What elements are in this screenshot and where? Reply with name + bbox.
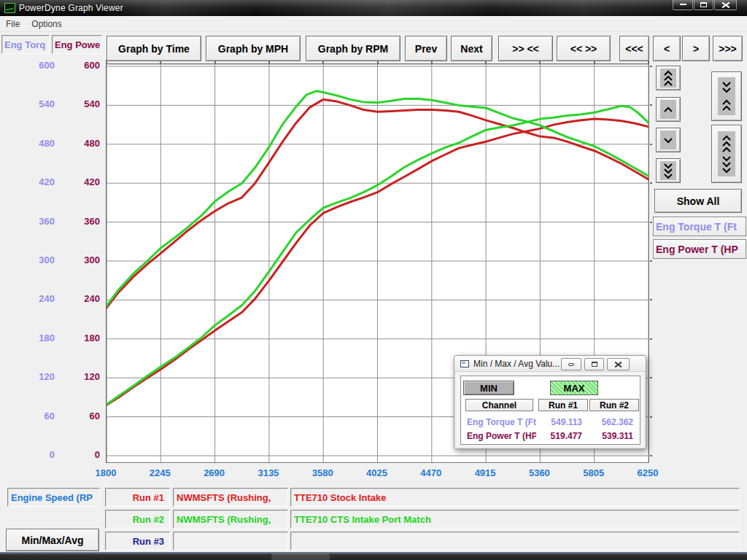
torque-ytick-420: 420 xyxy=(20,176,55,189)
right-tick xyxy=(649,455,652,456)
taskbar-item[interactable] xyxy=(271,553,330,560)
run-label-1[interactable]: Run #1 xyxy=(105,488,170,507)
xtick-1800: 1800 xyxy=(84,467,128,479)
min-max-avg-dialog: Min / Max / Avg Valu... MIN MAX ChannelR… xyxy=(454,355,646,449)
collapse-vertical-icon xyxy=(718,77,735,115)
torque-ytick-120: 120 xyxy=(20,370,55,384)
scroll-last-button[interactable]: >>> xyxy=(713,36,743,61)
power-ytick-540: 540 xyxy=(66,98,100,111)
triple-chevron-up-icon xyxy=(660,69,676,88)
close-icon xyxy=(722,2,729,8)
column-header-channel[interactable]: Channel xyxy=(465,399,533,411)
dialog-title: Min / Max / Avg Valu... xyxy=(473,359,560,369)
torque-ytick-300: 300 xyxy=(20,254,55,267)
menu-options[interactable]: Options xyxy=(26,19,67,29)
power-axis-header[interactable]: Eng Powe xyxy=(52,35,102,54)
run-file-2[interactable]: NWMSFTS (Rushing, xyxy=(173,510,288,529)
menu-bar: File Options xyxy=(0,16,747,32)
column-header-run-1[interactable]: Run #1 xyxy=(538,399,588,411)
min-toggle-button[interactable]: MIN xyxy=(463,381,514,395)
dialog-icon xyxy=(460,360,469,368)
scroll-down-fast-button[interactable] xyxy=(656,158,681,183)
scroll-up-fast-button[interactable] xyxy=(656,66,681,90)
column-header-run-2[interactable]: Run #2 xyxy=(589,399,639,411)
minmax-row-run2-value: 562.362 xyxy=(585,416,633,428)
run-label-2[interactable]: Run #2 xyxy=(105,510,170,529)
torque-channel-label[interactable]: Eng Torque T (Ft xyxy=(653,217,746,236)
right-tick xyxy=(649,377,652,378)
right-tick xyxy=(649,104,652,106)
zoom-out-x-button[interactable]: << >> xyxy=(557,36,611,61)
engine-speed-label[interactable]: Engine Speed (RP xyxy=(7,488,100,507)
expand-vertical-icon xyxy=(718,131,735,176)
xtick-2245: 2245 xyxy=(138,467,182,479)
xtick-4915: 4915 xyxy=(463,467,507,479)
zoom-in-y-button[interactable] xyxy=(711,71,742,121)
power-ytick-360: 360 xyxy=(66,215,100,228)
window-minimize-button[interactable] xyxy=(673,0,693,10)
right-tick xyxy=(649,338,652,340)
run-file-1[interactable]: NWMSFTS (Rushing, xyxy=(173,488,288,507)
run-description-2[interactable]: TTE710 CTS Intake Port Match xyxy=(290,510,740,529)
torque-ytick-600: 600 xyxy=(20,59,55,72)
scroll-down-button[interactable] xyxy=(656,128,681,152)
next-button[interactable]: Next xyxy=(451,36,492,61)
max-toggle-button[interactable]: MAX xyxy=(550,381,598,395)
window-title: PowerDyne Graph Viewer xyxy=(19,3,123,13)
run-description-3[interactable] xyxy=(290,532,740,551)
graph-by-rpm-button[interactable]: Graph by RPM xyxy=(306,36,400,61)
power-ytick-240: 240 xyxy=(66,292,100,306)
power-ytick-120: 120 xyxy=(66,370,100,384)
dialog-minimize-button[interactable] xyxy=(561,358,581,370)
dialog-close-button[interactable] xyxy=(607,358,630,370)
power-channel-label[interactable]: Eng Power T (HP xyxy=(653,239,746,259)
scroll-left-button[interactable]: < xyxy=(653,36,681,61)
minmax-row-channel: Eng Torque T (Ft- xyxy=(467,416,536,428)
torque-ytick-540: 540 xyxy=(20,98,55,111)
xtick-4470: 4470 xyxy=(409,467,453,479)
power-ytick-480: 480 xyxy=(66,137,100,150)
run-description-1[interactable]: TTE710 Stock Intake xyxy=(290,488,740,507)
zoom-in-x-button[interactable]: >> << xyxy=(498,36,553,61)
window-close-button[interactable] xyxy=(714,0,737,10)
chevron-up-icon xyxy=(660,100,676,119)
run-label-3[interactable]: Run #3 xyxy=(105,532,170,551)
dialog-maximize-button[interactable] xyxy=(584,358,604,370)
close-icon xyxy=(615,362,622,368)
powerdyne-app-window: { "window": { "title": "PowerDyne Graph … xyxy=(0,0,747,560)
zoom-out-y-button[interactable] xyxy=(711,125,742,183)
torque-ytick-0: 0 xyxy=(20,448,55,462)
taskbar-strip xyxy=(0,552,747,560)
torque-ytick-180: 180 xyxy=(20,332,55,345)
torque-ytick-240: 240 xyxy=(20,292,55,306)
show-all-button[interactable]: Show All xyxy=(654,189,742,213)
right-tick xyxy=(649,222,652,223)
scroll-right-button[interactable]: > xyxy=(682,36,710,61)
prev-button[interactable]: Prev xyxy=(405,36,447,61)
right-tick xyxy=(649,144,652,145)
run-file-3[interactable] xyxy=(173,532,288,551)
xtick-2690: 2690 xyxy=(193,467,236,479)
window-maximize-button[interactable] xyxy=(694,0,713,10)
torque-ytick-360: 360 xyxy=(20,215,55,228)
torque-axis-header[interactable]: Eng Torq xyxy=(1,35,50,54)
app-icon xyxy=(4,3,15,13)
minimize-icon xyxy=(568,363,574,366)
right-tick xyxy=(649,416,652,418)
torque-ytick-480: 480 xyxy=(20,137,55,150)
graph-by-mph-button[interactable]: Graph by MPH xyxy=(206,36,301,61)
menu-file[interactable]: File xyxy=(0,19,26,29)
xtick-5805: 5805 xyxy=(572,467,616,479)
xtick-5360: 5360 xyxy=(517,467,561,479)
triple-chevron-down-icon xyxy=(660,161,676,180)
right-tick xyxy=(649,299,652,300)
graph-by-time-button[interactable]: Graph by Time xyxy=(107,36,201,61)
power-ytick-600: 600 xyxy=(66,59,100,72)
torque-ytick-60: 60 xyxy=(20,410,55,423)
minmax-row-run1-value: 549.113 xyxy=(534,416,582,428)
power-ytick-420: 420 xyxy=(66,176,100,189)
scroll-first-button[interactable]: <<< xyxy=(619,36,649,61)
min-max-avg-button[interactable]: Min/Max/Avg xyxy=(6,529,99,551)
xtick-3580: 3580 xyxy=(301,467,344,479)
scroll-up-button[interactable] xyxy=(656,97,681,122)
